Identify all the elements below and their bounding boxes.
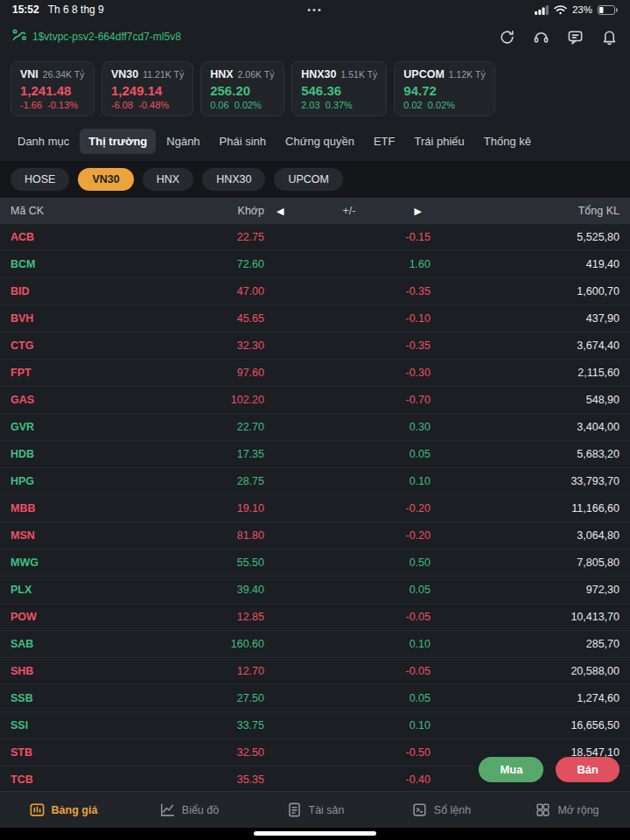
expand-icon	[535, 802, 551, 818]
volume-cell: 3,404,00	[430, 421, 620, 433]
index-card-hnx[interactable]: HNX2.06K Tỷ256.200.06 0.02%	[200, 61, 284, 116]
table-row-shb[interactable]: SHB12.70-0.0520,588,00	[0, 658, 630, 685]
change-cell: -0.20	[264, 502, 430, 514]
price-cell: 22.75	[98, 231, 264, 243]
filter-hose[interactable]: HOSE	[10, 168, 69, 191]
support-headset-icon[interactable]	[533, 29, 550, 46]
connection-branch-icon	[12, 29, 26, 45]
tab-thống-kê[interactable]: Thống kê	[475, 129, 540, 154]
table-row-plx[interactable]: PLX39.400.05972,30	[0, 577, 630, 604]
volume-cell: 285,70	[430, 638, 620, 650]
filter-vn30[interactable]: VN30	[78, 168, 133, 191]
nav-tài-sản[interactable]: Tài sản	[252, 792, 378, 828]
change-cell: -0.15	[264, 231, 430, 243]
symbol-cell: SHB	[10, 665, 98, 677]
notification-bell-icon[interactable]	[601, 29, 618, 46]
col-price-header: Khớp	[98, 205, 264, 217]
col-change-header: +/-	[343, 205, 356, 217]
change-cell: -0.20	[264, 529, 430, 542]
symbol-cell: SSI	[10, 719, 98, 732]
filter-upcom[interactable]: UPCOM	[274, 168, 343, 191]
change-cell: 0.30	[264, 421, 430, 433]
tab-thị-trường[interactable]: Thị trường	[80, 129, 156, 154]
nav-bảng-giá[interactable]: Bảng giá	[0, 792, 126, 828]
sell-button[interactable]: Bán	[556, 757, 620, 782]
symbol-cell: STB	[10, 746, 98, 759]
tab-ngành[interactable]: Ngành	[158, 129, 208, 154]
symbol-cell: TCB	[10, 774, 98, 786]
date-label: Th 6 8 thg 9	[48, 4, 104, 16]
price-cell: 55.50	[98, 556, 264, 569]
pager-next-icon[interactable]: ▶	[415, 206, 422, 217]
price-cell: 27.50	[98, 692, 264, 704]
volume-cell: 3,064,80	[430, 529, 620, 542]
table-row-sab[interactable]: SAB160.600.10285,70	[0, 631, 630, 658]
filter-hnx30[interactable]: HNX30	[202, 168, 265, 191]
index-value: 256.20	[210, 83, 275, 98]
tab-danh-mục[interactable]: Danh mục	[9, 129, 78, 154]
table-row-gas[interactable]: GAS102.20-0.70548,90	[0, 387, 630, 414]
table-row-bcm[interactable]: BCM72.601.60419,40	[0, 251, 630, 278]
change-cell: -0.30	[264, 367, 430, 379]
nav-mở-rộng[interactable]: Mở rộng	[504, 792, 630, 828]
symbol-cell: POW	[10, 611, 98, 623]
tab-phái-sinh[interactable]: Phái sinh	[211, 129, 275, 154]
change-cell: 0.05	[264, 584, 430, 596]
refresh-icon[interactable]	[499, 29, 515, 46]
table-row-bid[interactable]: BID47.00-0.351,600,70	[0, 278, 630, 305]
symbol-cell: SSB	[10, 692, 98, 704]
tab-trái-phiếu[interactable]: Trái phiếu	[405, 129, 472, 154]
nav-biểu-đồ[interactable]: Biểu đồ	[126, 792, 252, 828]
price-cell: 17.35	[98, 448, 264, 460]
index-change: 0.02 0.02%	[403, 100, 485, 110]
status-right: 23%	[535, 4, 618, 15]
index-card-upcom[interactable]: UPCOM1.12K Tỷ94.720.02 0.02%	[394, 61, 494, 116]
index-cards: VNI26.34K Tỷ1,241.48-1.66 -0.13%VN3011.2…	[0, 54, 630, 127]
table-row-msn[interactable]: MSN81.80-0.203,064,80	[0, 522, 630, 550]
nav-sổ-lệnh[interactable]: Sổ lệnh	[378, 792, 504, 828]
nav-label: Sổ lệnh	[434, 804, 471, 816]
home-indicator[interactable]	[254, 831, 376, 836]
symbol-cell: PLX	[10, 584, 98, 596]
index-name: VN30	[111, 68, 138, 80]
trade-actions: Mua Bán	[479, 757, 620, 782]
symbol-cell: HPG	[10, 475, 98, 487]
index-card-vn30[interactable]: VN3011.21K Tỷ1,249.14-6.08 -0.48%	[102, 61, 193, 116]
top-bar: 1$vtvpc-psv2-664dff7cd7-ml5v8	[0, 19, 630, 54]
table-row-ctg[interactable]: CTG32.30-0.353,674,40	[0, 332, 630, 360]
battery-icon	[598, 5, 618, 15]
symbol-cell: FPT	[10, 367, 98, 379]
index-card-hnx30[interactable]: HNX301.51K Tỷ546.362.03 0.37%	[291, 61, 387, 116]
table-row-ssb[interactable]: SSB27.500.051,274,60	[0, 685, 630, 712]
table-row-pow[interactable]: POW12.85-0.0510,413,70	[0, 604, 630, 631]
table-row-mwg[interactable]: MWG55.500.507,805,80	[0, 550, 630, 577]
table-row-hpg[interactable]: HPG28.750.1033,793,70	[0, 468, 630, 495]
symbol-cell: MWG	[10, 556, 98, 569]
table-row-mbb[interactable]: MBB19.10-0.2011,166,60	[0, 495, 630, 522]
index-card-vni[interactable]: VNI26.34K Tỷ1,241.48-1.66 -0.13%	[10, 61, 94, 116]
volume-cell: 1,600,70	[430, 285, 620, 298]
price-cell: 28.75	[98, 475, 264, 487]
table-row-fpt[interactable]: FPT97.60-0.302,115,60	[0, 360, 630, 387]
status-left: 15:52 Th 6 8 thg 9	[12, 4, 104, 16]
table-header: Mã CK Khớp ◀ +/- ▶ Tổng KL	[0, 198, 630, 224]
index-value: 1,241.48	[20, 83, 85, 98]
volume-cell: 437,90	[430, 312, 620, 325]
table-row-hdb[interactable]: HDB17.350.055,683,20	[0, 441, 630, 468]
table-row-bvh[interactable]: BVH45.65-0.10437,90	[0, 305, 630, 332]
top-action-icons	[499, 29, 618, 46]
volume-cell: 419,40	[430, 258, 620, 270]
tab-chứng-quyền[interactable]: Chứng quyền	[276, 129, 363, 154]
table-row-gvr[interactable]: GVR22.700.303,404,00	[0, 414, 630, 441]
filter-hnx[interactable]: HNX	[143, 168, 193, 191]
index-card-header: HNX2.06K Tỷ	[210, 68, 275, 80]
chat-feedback-icon[interactable]	[567, 29, 584, 46]
table-row-acb[interactable]: ACB22.75-0.155,525,80	[0, 224, 630, 251]
buy-button[interactable]: Mua	[479, 757, 543, 782]
table-row-ssi[interactable]: SSI33.750.1016,656,50	[0, 712, 630, 739]
pager-prev-icon[interactable]: ◀	[276, 206, 284, 217]
price-cell: 22.70	[98, 421, 264, 433]
tab-etf[interactable]: ETF	[365, 129, 404, 154]
index-value: 546.36	[301, 83, 377, 98]
symbol-cell: MBB	[10, 502, 98, 514]
